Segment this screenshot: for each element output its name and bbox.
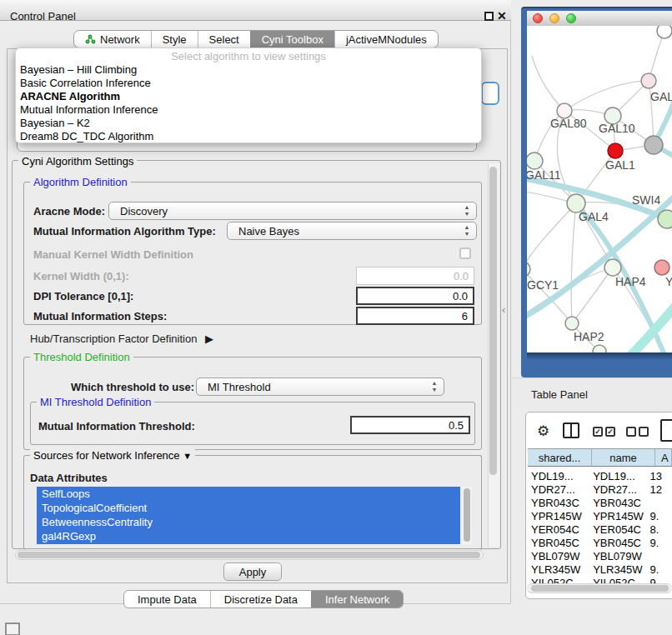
list-item[interactable]: gal4RGexp — [37, 529, 460, 544]
node-swi4[interactable] — [658, 210, 672, 228]
column-header-shared-name[interactable]: shared... — [528, 448, 592, 467]
node-label: GCY1 — [527, 278, 559, 292]
document-icon[interactable] — [660, 419, 672, 442]
manual-kernel-checkbox[interactable] — [459, 248, 471, 259]
tab-network-label: Network — [100, 33, 140, 46]
dropdown-placeholder: Select algorithm to view settings — [16, 50, 481, 62]
splitter-collapse-icon[interactable]: ‹ — [502, 303, 505, 316]
algorithm-definition-title: Algorithm Definition — [30, 176, 131, 188]
node-gal-pink[interactable] — [641, 73, 656, 88]
table-row[interactable]: YBR045CYBR045C9. — [526, 537, 672, 550]
panel-title: Control Panel — [10, 10, 76, 22]
table-row[interactable]: YDL19...YDL19...13 — [526, 470, 672, 483]
select-all-checkbox-icon[interactable]: ✓ — [605, 427, 615, 437]
table-row[interactable]: YLR345WYLR345W9. — [526, 563, 672, 577]
list-item[interactable]: BetweennessCentrality — [37, 515, 460, 529]
list-item[interactable]: TopologicalCoefficient — [37, 501, 460, 515]
algorithm-option[interactable]: Dream8 DC_TDC Algorithm — [20, 130, 479, 143]
float-panel-icon[interactable] — [484, 12, 494, 21]
deselect-all-checkbox-icon[interactable] — [639, 427, 649, 437]
settings-scrollbar-thumb[interactable] — [489, 167, 497, 475]
table-row[interactable]: YER054CYER054C8. — [526, 523, 672, 537]
network-icon — [85, 34, 96, 44]
column-layout-icon[interactable] — [563, 422, 579, 438]
control-panel-titlebar — [0, 0, 511, 21]
sources-group-title[interactable]: Sources for Network Inference ▼ — [30, 449, 195, 462]
mi-steps-label: Mutual Information Steps: — [33, 310, 167, 322]
node-hap2[interactable] — [565, 317, 579, 330]
network-canvas[interactable]: GAL GAL80 GAL10 GAL1 GAL11 GAL4 SWI4 HAP… — [527, 26, 672, 352]
tab-impute-data[interactable]: Impute Data — [124, 591, 210, 608]
table-body: YDL19...YDL19...13 YDR27...YDR27...12 YB… — [526, 468, 672, 584]
tab-style[interactable]: Style — [151, 31, 198, 48]
node-label: GAL80 — [550, 117, 587, 130]
algorithm-option[interactable]: Basic Correlation Inference — [20, 77, 479, 90]
table-row[interactable]: YDR27...YDR27...12 — [526, 483, 672, 497]
select-all-checkbox-icon[interactable]: ✓ — [593, 427, 603, 437]
gear-icon[interactable]: ⚙ — [537, 422, 549, 440]
bottom-tab-bar: Impute Data Discretize Data Infer Networ… — [123, 590, 404, 608]
network-graph: GAL GAL80 GAL10 GAL1 GAL11 GAL4 SWI4 HAP… — [527, 26, 672, 352]
algorithm-option[interactable]: Bayesian – K2 — [20, 117, 479, 130]
tab-select[interactable]: Select — [198, 31, 250, 48]
tab-infer-network[interactable]: Infer Network — [311, 591, 403, 608]
tab-network[interactable]: Network — [74, 31, 151, 48]
node-label: HAP4 — [615, 275, 646, 288]
node-label: Y — [665, 275, 672, 288]
node-gray-hub[interactable] — [644, 136, 663, 154]
mi-steps-field[interactable]: 6 — [356, 307, 474, 325]
node-label: GAL4 — [579, 210, 609, 223]
algorithm-combobox-partial[interactable] — [481, 82, 499, 105]
close-icon[interactable]: ✕ — [497, 9, 507, 22]
aracne-mode-combobox[interactable]: Discovery ▲▼ — [108, 202, 477, 220]
attributes-scrollbar-thumb[interactable] — [464, 488, 470, 542]
algorithm-dropdown-popup: Select algorithm to view settings Bayesi… — [15, 48, 482, 143]
table-panel-title: Table Panel — [531, 388, 588, 401]
apply-button[interactable]: Apply — [223, 562, 282, 581]
node-gal1-red[interactable] — [608, 143, 623, 158]
tab-jactivemnodules[interactable]: jActiveMNodules — [334, 31, 438, 48]
deselect-all-checkbox-icon[interactable] — [626, 427, 636, 437]
top-tab-bar: Network Style Select Cyni Toolbox jActiv… — [73, 30, 439, 48]
tab-cyni-toolbox[interactable]: Cyni Toolbox — [250, 31, 334, 48]
node-gcy1[interactable] — [527, 262, 530, 277]
mi-algorithm-type-combobox[interactable]: Naive Bayes ▲▼ — [227, 222, 477, 240]
mi-threshold-field[interactable]: 0.5 — [350, 416, 470, 434]
node-hap4[interactable] — [604, 259, 621, 276]
close-traffic-light-icon[interactable] — [533, 13, 543, 23]
collapsed-panel-icon[interactable] — [5, 622, 20, 635]
table-row[interactable]: YPR145WYPR145W9. — [526, 510, 672, 523]
which-threshold-combobox[interactable]: MI Threshold ▲▼ — [196, 378, 444, 396]
column-header-name[interactable]: name — [592, 448, 655, 467]
expanded-arrow-icon: ▼ — [183, 451, 192, 461]
algorithm-option-selected[interactable]: ARACNE Algorithm — [20, 90, 479, 103]
settings-hscrollbar-thumb[interactable] — [18, 552, 480, 558]
manual-kernel-label: Manual Kernel Width Definition — [33, 248, 193, 261]
minimize-traffic-light-icon[interactable] — [549, 13, 559, 23]
node-gal11[interactable] — [527, 152, 543, 169]
aracne-mode-label: Aracne Mode: — [33, 205, 105, 218]
dpi-tolerance-field[interactable]: 0.0 — [356, 287, 474, 305]
node-label: GAL — [650, 90, 672, 103]
data-attributes-label: Data Attributes — [30, 472, 108, 484]
zoom-traffic-light-icon[interactable] — [566, 13, 576, 23]
algorithm-option[interactable]: Bayesian – Hill Climbing — [20, 63, 479, 77]
which-threshold-label: Which threshold to use: — [71, 381, 194, 393]
node[interactable] — [593, 345, 606, 352]
tab-discretize-data[interactable]: Discretize Data — [210, 591, 311, 608]
kernel-width-field[interactable]: 0.0 — [356, 267, 474, 285]
algorithm-option[interactable]: Mutual Information Inference — [20, 103, 479, 117]
list-item[interactable]: SelfLoops — [37, 487, 460, 501]
dpi-tolerance-label: DPI Tolerance [0,1]: — [33, 290, 133, 302]
table-row[interactable]: YBL079WYBL079W — [526, 550, 672, 563]
table-hscrollbar-thumb[interactable] — [531, 585, 669, 592]
node-label: SWI4 — [632, 193, 660, 207]
hub-definition-toggle[interactable]: Hub/Transcription Factor Definition ▶ — [30, 332, 213, 345]
node-y-pink[interactable] — [654, 260, 669, 275]
table-row[interactable]: YBR043CYBR043C — [526, 497, 672, 510]
node[interactable] — [657, 26, 672, 38]
column-header-partial[interactable]: A — [655, 448, 672, 467]
spinner-arrows-icon: ▲▼ — [462, 204, 472, 218]
network-window-titlebar[interactable] — [527, 11, 672, 26]
node-label: GAL11 — [527, 168, 561, 182]
